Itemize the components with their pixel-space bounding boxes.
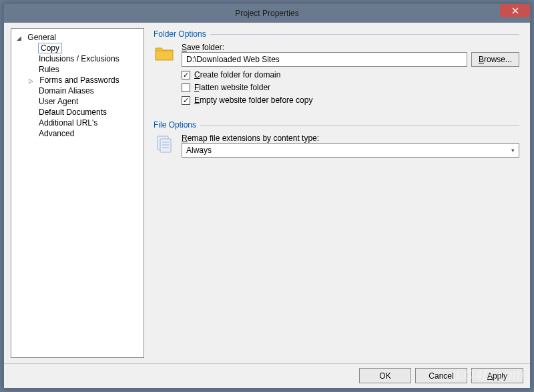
tree-item-additional-url-s[interactable]: Additional URL's — [11, 118, 144, 128]
svg-rect-3 — [160, 139, 171, 152]
file-options-group: File Options Remap file extensions by co… — [154, 120, 519, 158]
dialog-button-bar: OK Cancel Apply — [4, 363, 530, 387]
file-options-title: File Options — [154, 120, 200, 130]
folder-options-title: Folder Options — [154, 29, 210, 39]
tree-item-user-agent[interactable]: User Agent — [11, 96, 144, 107]
tree-label: Rules — [38, 65, 60, 74]
tree-item-rules[interactable]: Rules — [11, 64, 144, 75]
tree-item-inclusions-exclusions[interactable]: Inclusions / Exclusions — [11, 53, 144, 64]
documents-icon — [154, 134, 175, 155]
close-button[interactable] — [500, 4, 530, 17]
tree-item-advanced[interactable]: Advanced — [11, 128, 144, 139]
save-folder-input[interactable] — [182, 52, 467, 67]
tree-label: Default Documents — [38, 108, 107, 117]
tree-label: Domain Aliases — [38, 86, 95, 95]
remap-label: Remap file extensions by content type: — [182, 134, 519, 143]
tree-item-default-documents[interactable]: Default Documents — [11, 107, 144, 118]
settings-panel: Folder Options Save folder: Browse... — [150, 28, 523, 358]
folder-options-group: Folder Options Save folder: Browse... — [154, 29, 519, 108]
tree-item-forms-and-passwords[interactable]: ▷ Forms and Passwords — [11, 75, 144, 85]
tree-item-copy[interactable]: Copy — [11, 43, 144, 53]
caret-expanded-icon[interactable]: ◢ — [17, 35, 25, 41]
ok-button[interactable]: OK — [359, 368, 411, 383]
folder-icon — [154, 43, 175, 64]
project-properties-dialog: Project Properties ◢ GeneralCopyInclusio… — [3, 3, 531, 389]
create-folder-label: Create folder for domain — [194, 70, 280, 79]
tree-label: Inclusions / Exclusions — [38, 54, 120, 63]
empty-folder-label: Empty website folder before copy — [194, 95, 312, 105]
flatten-label: Flatten website folder — [194, 83, 270, 92]
remap-select-value: Always — [186, 146, 212, 155]
tree-item-domain-aliases[interactable]: Domain Aliases — [11, 85, 144, 96]
nav-tree[interactable]: ◢ GeneralCopyInclusions / ExclusionsRule… — [11, 28, 144, 358]
close-icon — [512, 7, 519, 14]
dialog-content: ◢ GeneralCopyInclusions / ExclusionsRule… — [4, 23, 530, 363]
tree-label: Additional URL's — [38, 118, 98, 128]
empty-folder-checkbox[interactable] — [182, 96, 190, 105]
flatten-checkbox[interactable] — [182, 83, 190, 92]
tree-label: User Agent — [38, 97, 79, 106]
tree-label: General — [27, 33, 57, 42]
create-folder-checkbox[interactable] — [182, 71, 190, 79]
cancel-button[interactable]: Cancel — [415, 368, 467, 383]
remap-select[interactable]: Always ▾ — [182, 143, 519, 158]
tree-label: Forms and Passwords — [39, 75, 119, 85]
tree-item-general[interactable]: ◢ General — [11, 32, 144, 43]
chevron-down-icon: ▾ — [511, 147, 515, 154]
save-folder-label: Save folder: — [182, 43, 519, 52]
titlebar: Project Properties — [4, 4, 530, 23]
browse-button[interactable]: Browse... — [471, 52, 519, 67]
tree-label: Advanced — [38, 129, 75, 138]
caret-collapsed-icon[interactable]: ▷ — [29, 77, 37, 84]
tree-label: Copy — [38, 43, 62, 53]
apply-button[interactable]: Apply — [471, 368, 523, 383]
window-title: Project Properties — [4, 9, 530, 18]
